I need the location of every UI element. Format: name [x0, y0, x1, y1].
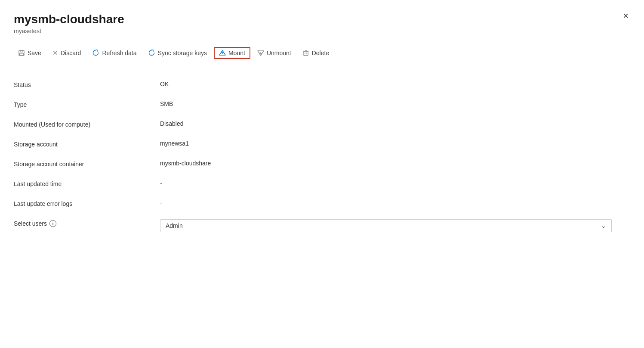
refresh-label: Refresh data: [102, 50, 136, 56]
mount-label: Mount: [228, 50, 245, 56]
sync-label: Sync storage keys: [158, 50, 207, 56]
storage-account-label: Storage account: [14, 140, 160, 148]
last-updated-label: Last updated time: [14, 180, 160, 187]
delete-label: Delete: [312, 50, 329, 56]
storage-container-label: Storage account container: [14, 160, 160, 168]
detail-panel: × mysmb-cloudshare myasetest Save ✕ Disc…: [0, 0, 644, 348]
refresh-icon: [92, 49, 99, 56]
mount-icon: [219, 50, 226, 56]
field-error-logs: Last update error logs -: [14, 193, 630, 213]
type-label: Type: [14, 100, 160, 108]
field-storage-account: Storage account mynewsa1: [14, 134, 630, 154]
field-type: Type SMB: [14, 94, 630, 114]
toolbar: Save ✕ Discard Refresh data Sync st: [14, 42, 630, 64]
field-mounted: Mounted (Used for compute) Disabled: [14, 114, 630, 134]
unmount-button[interactable]: Unmount: [253, 47, 296, 59]
status-value: OK: [160, 81, 630, 87]
save-label: Save: [28, 50, 41, 56]
mount-button[interactable]: Mount: [214, 47, 250, 59]
discard-icon: ✕: [52, 49, 58, 57]
unmount-label: Unmount: [267, 50, 291, 56]
error-logs-value: -: [160, 199, 630, 206]
sync-button[interactable]: Sync storage keys: [144, 47, 211, 59]
fields-section: Status OK Type SMB Mounted (Used for com…: [14, 75, 630, 238]
select-users-label: Select users i: [14, 219, 160, 227]
svg-rect-11: [304, 51, 308, 56]
info-icon: i: [49, 220, 56, 227]
refresh-button[interactable]: Refresh data: [88, 47, 141, 59]
save-button[interactable]: Save: [14, 47, 46, 59]
last-updated-value: -: [160, 180, 630, 186]
unmount-icon: [257, 50, 264, 56]
error-logs-label: Last update error logs: [14, 199, 160, 207]
close-button[interactable]: ×: [619, 9, 632, 22]
field-storage-container: Storage account container mysmb-cloudsha…: [14, 154, 630, 174]
delete-button[interactable]: Delete: [298, 47, 333, 59]
mounted-label: Mounted (Used for compute): [14, 120, 160, 128]
sync-icon: [148, 49, 155, 56]
type-value: SMB: [160, 100, 630, 107]
select-users-value: Admin: [166, 222, 183, 229]
select-users-text: Select users: [14, 220, 47, 227]
storage-account-value: mynewsa1: [160, 140, 630, 147]
storage-container-value: mysmb-cloudshare: [160, 160, 630, 167]
status-label: Status: [14, 81, 160, 88]
chevron-down-icon: ⌄: [601, 222, 606, 229]
save-icon: [18, 50, 25, 56]
mounted-value: Disabled: [160, 120, 630, 127]
panel-title: mysmb-cloudshare: [14, 12, 630, 27]
discard-button[interactable]: ✕ Discard: [48, 47, 85, 59]
field-status: Status OK: [14, 75, 630, 94]
field-last-updated: Last updated time -: [14, 174, 630, 193]
delete-icon: [302, 50, 309, 56]
svg-rect-2: [20, 53, 24, 55]
select-users-dropdown[interactable]: Admin ⌄: [160, 219, 612, 232]
panel-subtitle: myasetest: [14, 28, 630, 34]
field-select-users: Select users i Admin ⌄: [14, 213, 630, 238]
discard-label: Discard: [61, 50, 81, 56]
